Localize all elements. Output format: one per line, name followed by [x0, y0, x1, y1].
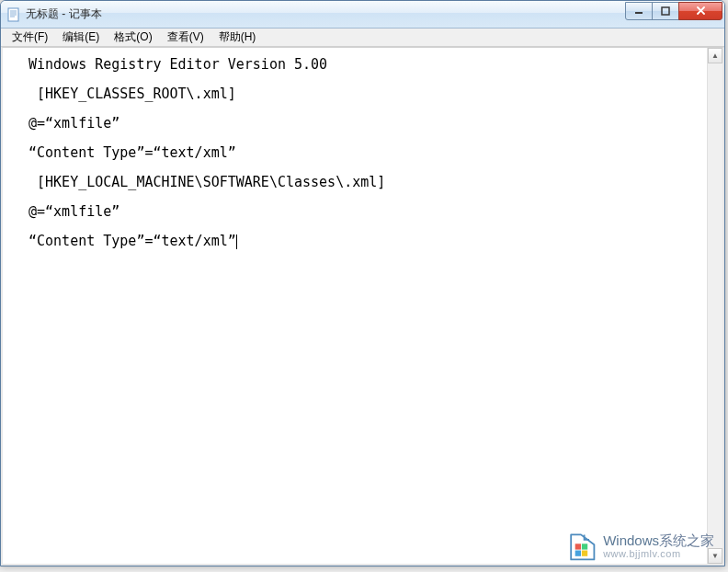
editor-line: “Content Type”=“text/xml”: [28, 233, 236, 249]
vertical-scrollbar[interactable]: ▲ ▼: [707, 48, 722, 564]
menubar: 文件(F) 编辑(E) 格式(O) 查看(V) 帮助(H): [1, 29, 724, 47]
editor-area: Windows Registry Editor Version 5.00 [HK…: [1, 47, 724, 566]
notepad-window: 无标题 - 记事本 文件(F) 编辑(E) 格式(O) 查看(V) 帮助(H) …: [0, 0, 725, 566]
menu-help[interactable]: 帮助(H): [211, 29, 264, 46]
editor-line: @=“xmlfile”: [28, 203, 119, 220]
text-editor[interactable]: Windows Registry Editor Version 5.00 [HK…: [3, 48, 707, 564]
editor-line: @=“xmlfile”: [28, 115, 119, 132]
editor-line: [HKEY_LOCAL_MACHINE\SOFTWARE\Classes\.xm…: [28, 174, 385, 190]
menu-file[interactable]: 文件(F): [5, 29, 55, 46]
text-cursor-icon: [236, 235, 237, 249]
editor-line: Windows Registry Editor Version 5.00: [28, 56, 327, 73]
menu-view[interactable]: 查看(V): [160, 29, 211, 46]
titlebar[interactable]: 无标题 - 记事本: [1, 1, 724, 29]
menu-edit[interactable]: 编辑(E): [55, 29, 107, 46]
window-title: 无标题 - 记事本: [26, 6, 626, 22]
svg-rect-6: [662, 7, 669, 15]
scroll-track[interactable]: [708, 63, 722, 548]
editor-line: “Content Type”=“text/xml”: [28, 144, 236, 161]
minimize-button[interactable]: [625, 2, 653, 20]
chevron-down-icon: ▼: [711, 552, 719, 560]
maximize-button[interactable]: [652, 2, 679, 20]
chevron-up-icon: ▲: [711, 51, 719, 60]
svg-rect-5: [635, 12, 643, 14]
close-button[interactable]: [678, 2, 722, 20]
notepad-app-icon: [6, 7, 21, 22]
scroll-down-button[interactable]: ▼: [708, 548, 722, 564]
scroll-up-button[interactable]: ▲: [708, 48, 722, 63]
window-controls: [626, 2, 722, 20]
menu-format[interactable]: 格式(O): [107, 29, 159, 46]
editor-line: [HKEY_CLASSES_ROOT\.xml]: [28, 86, 236, 102]
